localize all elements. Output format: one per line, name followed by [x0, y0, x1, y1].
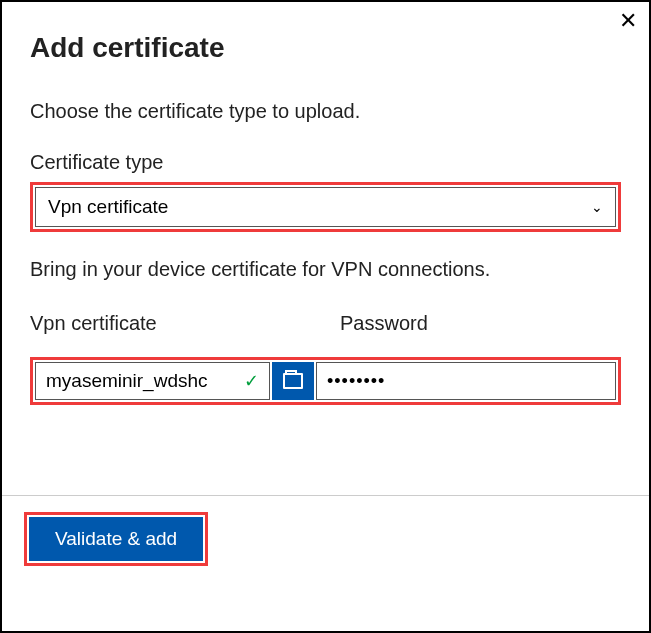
- close-button[interactable]: ✕: [619, 10, 637, 32]
- browse-button[interactable]: [272, 362, 314, 400]
- certificate-type-label: Certificate type: [30, 151, 621, 174]
- certificate-type-value: Vpn certificate: [48, 196, 168, 218]
- password-input[interactable]: [327, 371, 605, 392]
- file-input-value: myaseminir_wdshc: [46, 370, 208, 392]
- password-label: Password: [340, 312, 621, 335]
- certificate-type-select[interactable]: Vpn certificate ⌄: [35, 187, 616, 227]
- instruction-text: Choose the certificate type to upload.: [30, 100, 621, 123]
- dialog-content: Add certificate Choose the certificate t…: [2, 2, 649, 425]
- certificate-type-highlight: Vpn certificate ⌄: [30, 182, 621, 232]
- folder-icon: [283, 373, 303, 389]
- certificate-description: Bring in your device certificate for VPN…: [30, 254, 621, 284]
- validate-button-highlight: Validate & add: [24, 512, 208, 566]
- password-input-wrapper: [316, 362, 616, 400]
- file-input[interactable]: myaseminir_wdshc ✓: [35, 362, 270, 400]
- fields-highlight: myaseminir_wdshc ✓: [30, 357, 621, 405]
- check-icon: ✓: [244, 370, 259, 392]
- chevron-down-icon: ⌄: [591, 199, 603, 215]
- vpn-certificate-label: Vpn certificate: [30, 312, 320, 335]
- dialog-title: Add certificate: [30, 32, 621, 64]
- validate-add-button[interactable]: Validate & add: [29, 517, 203, 561]
- dialog-footer: Validate & add: [2, 496, 649, 582]
- field-labels-row: Vpn certificate Password: [30, 312, 621, 343]
